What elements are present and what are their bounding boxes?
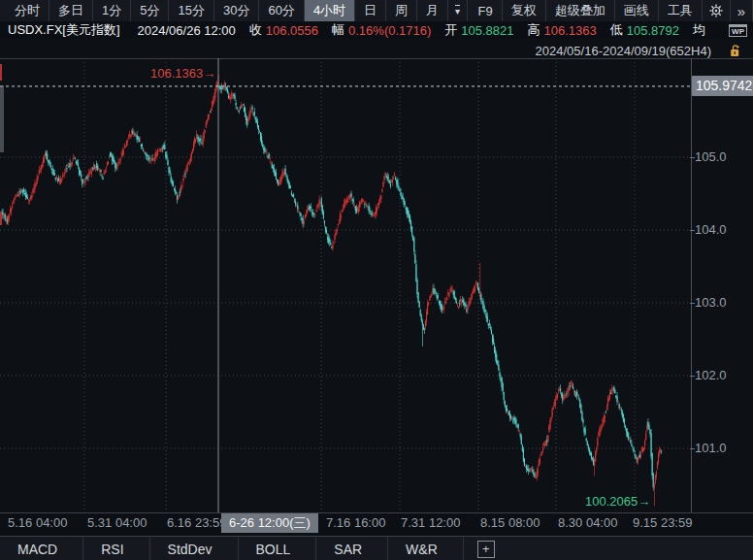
price-tick-mark: [690, 157, 695, 158]
price-tick-mark: [690, 303, 695, 304]
more-chevrons-icon[interactable]: »: [731, 0, 753, 21]
period-tab-3[interactable]: 5分: [131, 0, 169, 21]
period-tabs: 分时多日1分5分15分30分60分4小时日周月▾: [0, 0, 468, 21]
indicator-tab-sar[interactable]: SAR: [316, 537, 388, 560]
period-tab-9[interactable]: 周: [386, 0, 417, 21]
gear-icon[interactable]: [703, 0, 731, 21]
time-tick-label: 5.16 04:00: [8, 515, 67, 530]
time-tick-label: 5.31 04:00: [87, 515, 147, 530]
period-tab-0[interactable]: 分时: [6, 0, 49, 21]
price-tick-label: 104.0: [695, 222, 727, 237]
quote-field-0: 收106.0556: [249, 21, 318, 39]
period-tab-6[interactable]: 60分: [259, 0, 304, 21]
indicator-tab-boll[interactable]: BOLL: [239, 537, 317, 560]
crosshair-date-badge: 6-26 12:00(三): [221, 513, 318, 533]
time-tick-label: 7.31 12:00: [401, 515, 460, 530]
lock-unlocked-icon[interactable]: [729, 45, 741, 57]
time-tick-label: 8.15 08:00: [480, 515, 540, 530]
session-low-annotation: 100.2065→: [585, 494, 650, 509]
indicator-tab-stddev[interactable]: StdDev: [150, 537, 239, 560]
quote-field-4: 低105.8792: [610, 21, 679, 39]
period-tab-4[interactable]: 15分: [169, 0, 213, 21]
price-axis-line: [691, 58, 692, 512]
left-edge-artifact: [0, 85, 4, 152]
toolbar-action-2[interactable]: 超级叠加: [546, 0, 615, 21]
quote-field-3: 高106.1363: [528, 21, 597, 39]
price-tick-label: 101.0: [695, 441, 727, 455]
add-indicator-icon[interactable]: +: [477, 541, 495, 558]
visible-range-label: 2024/05/16-2024/09/19(652H4): [536, 44, 711, 58]
period-tab-5[interactable]: 30分: [214, 0, 259, 21]
crosshair-price-badge: 105.9742: [692, 76, 753, 96]
indicator-tabbar: MACDRSIStdDevBOLLSARW&R+: [0, 536, 753, 560]
session-high-annotation: 106.1363→: [150, 66, 215, 81]
bar-datetime: 2024/06/26 12:00: [138, 23, 236, 38]
indicator-tab-macd[interactable]: MACD: [0, 537, 83, 560]
time-tick-label: 7.16 16:00: [326, 515, 385, 530]
period-dropdown-icon[interactable]: ▾: [448, 0, 468, 21]
candlestick-plot[interactable]: [0, 58, 691, 512]
time-tick-label: 6.16 23:59: [167, 515, 226, 530]
period-tab-7[interactable]: 4小时: [305, 0, 355, 21]
time-tick-label: 9.15 23:59: [633, 515, 692, 530]
arrow-right-icon: →: [638, 494, 650, 509]
price-tick-label: 102.0: [695, 368, 727, 382]
time-tick-label: 8.30 04:00: [558, 515, 617, 530]
wp-window-icon[interactable]: WP: [729, 24, 747, 37]
time-axis: 5.16 04:005.31 04:006.16 23:596-26 12:00…: [0, 513, 753, 535]
trading-terminal-window: 分时多日1分5分15分30分60分4小时日周月▾ F9复权超级叠加画线工具» U…: [0, 0, 753, 560]
price-tick-label: 105.0: [695, 149, 727, 164]
quote-field-2: 开105.8821: [444, 21, 513, 39]
toolbar-action-0[interactable]: F9: [469, 0, 502, 21]
toolbar-actions: F9复权超级叠加画线工具»: [469, 0, 753, 21]
price-tick-mark: [690, 376, 695, 377]
average-label[interactable]: 均: [693, 21, 705, 39]
indicator-tab-wr[interactable]: W&R: [388, 537, 464, 560]
price-tick-mark: [690, 230, 695, 231]
period-tab-2[interactable]: 1分: [93, 0, 131, 21]
symbol-label: USDX.FX[美元指数]: [8, 21, 120, 39]
price-tick-label: 103.0: [695, 295, 727, 310]
period-tab-8[interactable]: 日: [355, 0, 386, 21]
left-edge-candle-fragment: [0, 212, 2, 225]
quote-field-1: 幅0.16%(0.1716): [332, 21, 431, 39]
toolbar-action-3[interactable]: 画线: [615, 0, 659, 21]
period-toolbar: 分时多日1分5分15分30分60分4小时日周月▾ F9复权超级叠加画线工具»: [0, 0, 753, 22]
arrow-right-icon: →: [203, 66, 215, 81]
price-tick-mark: [690, 448, 695, 449]
toolbar-action-1[interactable]: 复权: [503, 0, 546, 21]
quote-infobar: USDX.FX[美元指数] 2024/06/26 12:00 收106.0556…: [0, 21, 753, 40]
indicator-tab-rsi[interactable]: RSI: [83, 537, 149, 560]
period-tab-1[interactable]: 多日: [49, 0, 93, 21]
quote-fields: 收106.0556幅0.16%(0.1716)开105.8821高106.136…: [236, 21, 679, 39]
left-edge-candle-fragment: [0, 64, 2, 81]
toolbar-action-4[interactable]: 工具: [659, 0, 703, 21]
period-tab-10[interactable]: 月: [417, 0, 448, 21]
